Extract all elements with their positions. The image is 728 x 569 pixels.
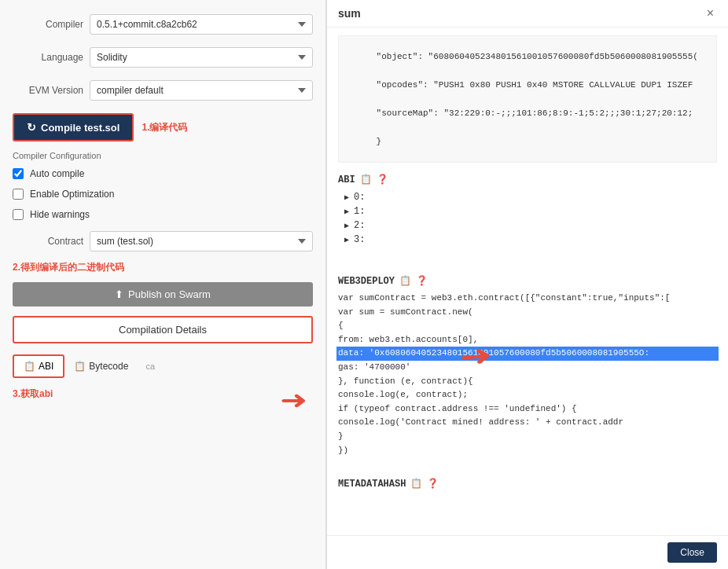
web3-line2: var sum = sumContract.new( bbox=[338, 306, 717, 320]
modal-footer: Close bbox=[327, 535, 728, 569]
language-row: Language Solidity bbox=[0, 41, 325, 74]
web3deploy-copy-icon[interactable]: 📋 bbox=[399, 275, 411, 287]
web3-line10: console.log('Contract mined! address: ' … bbox=[338, 416, 717, 430]
metadatahash-copy-icon[interactable]: 📋 bbox=[410, 478, 422, 490]
hide-warnings-row[interactable]: Hide warnings bbox=[0, 204, 325, 225]
web3-line12: }) bbox=[338, 444, 717, 458]
enable-opt-row[interactable]: Enable Optimization bbox=[0, 184, 325, 204]
auto-compile-checkbox[interactable] bbox=[13, 168, 24, 179]
hide-warnings-checkbox[interactable] bbox=[13, 209, 24, 220]
metadatahash-label: METADATAHASH bbox=[338, 479, 406, 490]
annotation-2: 2.得到编译后的二进制代码 bbox=[0, 258, 325, 277]
left-panel: Compiler 0.5.1+commit.c8a2cb62 Language … bbox=[0, 0, 326, 569]
web3-line6: gas: '4700000' bbox=[338, 361, 717, 375]
compiler-select[interactable]: 0.5.1+commit.c8a2cb62 bbox=[90, 14, 313, 35]
compile-btn-label: Compile test.sol bbox=[41, 122, 119, 134]
compiler-row: Compiler 0.5.1+commit.c8a2cb62 bbox=[0, 8, 325, 41]
ca-label-1: ca bbox=[145, 362, 155, 371]
metadatahash-section: METADATAHASH 📋 ❓ bbox=[338, 478, 717, 490]
code-opcodes-line: "opcodes": "PUSH1 0x80 PUSH1 0x40 MSTORE… bbox=[377, 80, 693, 90]
abi-copy-icon[interactable]: 📋 bbox=[360, 174, 372, 185]
copy-icon-bytecode: 📋 bbox=[74, 361, 86, 372]
copy-icon-abi: 📋 bbox=[24, 361, 35, 372]
compiler-config-section: Compiler Configuration bbox=[0, 148, 325, 163]
auto-compile-label[interactable]: Auto compile bbox=[30, 168, 84, 179]
annotation-3: 3.获取abi bbox=[0, 384, 325, 404]
close-button[interactable]: Close bbox=[667, 542, 717, 563]
hide-warnings-label[interactable]: Hide warnings bbox=[30, 209, 90, 220]
web3-line7: }, function (e, contract){ bbox=[338, 375, 717, 389]
language-label: Language bbox=[13, 52, 83, 63]
web3-line5: data: '0x608060405234801561001057600080f… bbox=[336, 347, 719, 361]
abi-tree-item-0[interactable]: 0: bbox=[344, 190, 717, 204]
abi-help-icon[interactable]: ❓ bbox=[377, 174, 388, 185]
data-arrow-icon: ➜ bbox=[458, 338, 494, 374]
web3deploy-header: WEB3DEPLOY 📋 ❓ bbox=[338, 275, 717, 287]
code-object-line: "object": "60806040523480156100105760008… bbox=[377, 52, 698, 61]
metadatahash-header: METADATAHASH 📋 ❓ bbox=[338, 478, 717, 490]
refresh-icon: ↻ bbox=[27, 121, 36, 134]
contract-row: Contract sum (test.sol) bbox=[0, 225, 325, 258]
compiler-label: Compiler bbox=[13, 19, 83, 30]
abi-bytecode-row: 📋 ABI 📋 Bytecode ca bbox=[0, 348, 325, 384]
web3-line3: { bbox=[338, 319, 717, 333]
modal-panel: sum × "object": "60806040523480156100105… bbox=[326, 0, 728, 569]
modal-close-x-button[interactable]: × bbox=[704, 6, 717, 20]
bytecode-button[interactable]: 📋 Bytecode bbox=[74, 361, 128, 372]
bytecode-btn-label: Bytecode bbox=[89, 361, 128, 372]
enable-opt-checkbox[interactable] bbox=[13, 189, 24, 200]
abi-button[interactable]: 📋 ABI bbox=[13, 354, 64, 378]
auto-compile-row[interactable]: Auto compile bbox=[0, 163, 325, 184]
web3deploy-label: WEB3DEPLOY bbox=[338, 276, 395, 287]
abi-btn-label: ABI bbox=[39, 361, 53, 372]
modal-body[interactable]: "object": "60806040523480156100105760008… bbox=[327, 28, 728, 535]
upload-icon: ⬆ bbox=[115, 288, 123, 300]
code-sourcemap-line: "sourceMap": "32:229:0:-;;;101:86;8:9:-1… bbox=[377, 108, 693, 118]
compile-button[interactable]: ↻ Compile test.sol bbox=[13, 113, 134, 141]
abi-tree-item-2[interactable]: 2: bbox=[344, 218, 717, 233]
abi-tree: 0: 1: 2: 3: bbox=[344, 190, 717, 247]
web3-line11: } bbox=[338, 430, 717, 444]
web3-line4: from: web3.eth.accounts[0], bbox=[338, 333, 717, 347]
publish-swarm-button[interactable]: ⬆ Publish on Swarm bbox=[13, 282, 313, 307]
compilation-details-label: Compilation Details bbox=[119, 324, 207, 336]
evm-row: EVM Version compiler default bbox=[0, 74, 325, 107]
modal-title: sum bbox=[338, 7, 361, 20]
annotation-1: 1.编译代码 bbox=[142, 121, 187, 134]
abi-tree-item-3[interactable]: 3: bbox=[344, 233, 717, 247]
modal-header: sum × bbox=[327, 0, 728, 28]
compiler-config-label: Compiler Configuration bbox=[13, 151, 101, 160]
code-close-line: } bbox=[377, 137, 382, 146]
enable-opt-label[interactable]: Enable Optimization bbox=[30, 189, 114, 200]
web3-line8: console.log(e, contract); bbox=[338, 388, 717, 402]
abi-section-label: ABI bbox=[338, 174, 355, 185]
web3-line1: var sumContract = web3.eth.contract([{"c… bbox=[338, 292, 717, 306]
contract-select[interactable]: sum (test.sol) bbox=[90, 231, 313, 251]
web3-line9: if (typeof contract.address !== 'undefin… bbox=[338, 402, 717, 417]
abi-tree-item-1[interactable]: 1: bbox=[344, 204, 717, 218]
contract-label: Contract bbox=[13, 236, 83, 247]
red-arrow-icon: ➜ bbox=[280, 385, 307, 415]
compile-btn-row: ↻ Compile test.sol 1.编译代码 bbox=[0, 107, 325, 148]
code-block-top: "object": "60806040523480156100105760008… bbox=[338, 35, 717, 163]
abi-section-header: ABI 📋 ❓ bbox=[338, 174, 717, 185]
evm-select[interactable]: compiler default bbox=[90, 80, 313, 101]
web3-code-block: var sumContract = web3.eth.contract([{"c… bbox=[338, 292, 717, 457]
web3deploy-help-icon[interactable]: ❓ bbox=[416, 275, 428, 287]
evm-label: EVM Version bbox=[13, 85, 83, 96]
publish-btn-label: Publish on Swarm bbox=[128, 288, 211, 300]
web3deploy-section: WEB3DEPLOY 📋 ❓ var sumContract = web3.et… bbox=[338, 275, 717, 457]
compilation-details-button[interactable]: Compilation Details bbox=[13, 316, 313, 343]
language-select[interactable]: Solidity bbox=[90, 47, 313, 68]
metadatahash-help-icon[interactable]: ❓ bbox=[427, 478, 439, 490]
